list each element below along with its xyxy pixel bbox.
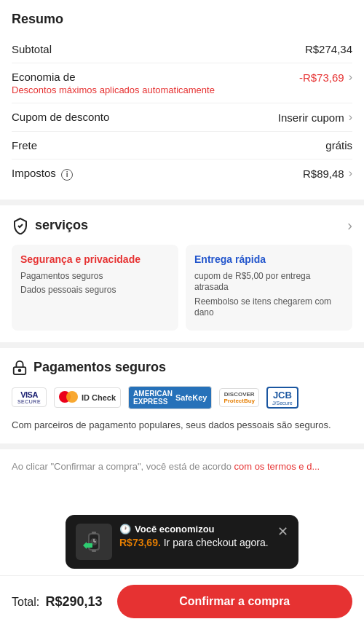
payment-badges: VISA SECURE ID Check AMERICANEXPRESS Saf… bbox=[12, 386, 352, 409]
services-header: serviços › bbox=[12, 217, 352, 245]
security-card-title: Segurança e privacidade bbox=[20, 253, 170, 265]
toast-close-button[interactable]: ✕ bbox=[277, 524, 288, 540]
mc-circle-right bbox=[66, 391, 78, 403]
economia-row: Economia de Descontos máximos aplicados … bbox=[12, 63, 352, 103]
visa-secure-text: SECURE bbox=[17, 399, 41, 404]
frete-row: Frete grátis bbox=[12, 132, 352, 159]
economia-label: Economia de bbox=[12, 71, 215, 83]
jcb-text: JCB bbox=[273, 390, 292, 401]
toast-text-suffix: Ir para checkout agora. bbox=[164, 537, 269, 548]
subtotal-label: Subtotal bbox=[12, 43, 52, 55]
service-card-security: Segurança e privacidade Pagamentos segur… bbox=[12, 245, 178, 331]
discover-text: DISCOVER bbox=[224, 391, 255, 398]
svg-point-1 bbox=[19, 369, 21, 371]
terms-link[interactable]: com os termos e d... bbox=[234, 461, 320, 472]
footer-total: Total: R$290,13 bbox=[12, 594, 103, 610]
mc-idcheck-label: ID Check bbox=[82, 393, 116, 402]
svg-marker-10 bbox=[83, 542, 87, 549]
toast-body: 🕐 Você economizou R$73,69. Ir para check… bbox=[119, 524, 270, 551]
payments-title: Pagamentos seguros bbox=[12, 360, 352, 376]
footer-total-value: R$290,13 bbox=[45, 594, 102, 609]
toast-product-image bbox=[76, 524, 112, 560]
jcb-badge: JCB J/Secure bbox=[266, 387, 298, 409]
safekey-text: SafeKey bbox=[175, 393, 207, 402]
discover-badge: DISCOVER ProtectBuy bbox=[219, 388, 259, 407]
economia-chevron-icon[interactable]: › bbox=[349, 71, 352, 84]
visa-text: VISA bbox=[20, 390, 38, 399]
svg-rect-7 bbox=[92, 532, 96, 534]
subtotal-value: R$274,34 bbox=[305, 43, 352, 55]
security-item-1: Pagamentos seguros bbox=[20, 271, 170, 283]
protectbuy-text: ProtectBuy bbox=[223, 398, 255, 404]
footer-bar: Total: R$290,13 Confirmar a compra bbox=[0, 575, 364, 627]
toast-message: R$73,69. Ir para checkout agora. bbox=[119, 536, 270, 551]
watch-icon bbox=[79, 527, 108, 556]
amex-badge: AMERICANEXPRESS SafeKey bbox=[128, 386, 212, 409]
shield-icon bbox=[12, 217, 29, 234]
mastercard-badge: ID Check bbox=[54, 387, 121, 408]
subtotal-row: Subtotal R$274,34 bbox=[12, 36, 352, 63]
impostos-value[interactable]: R$89,48 › bbox=[303, 167, 352, 180]
payments-description: Com parceiros de pagamento populares, se… bbox=[12, 418, 352, 433]
cupom-label: Cupom de desconto bbox=[12, 111, 109, 123]
confirm-purchase-button[interactable]: Confirmar a compra bbox=[117, 585, 353, 618]
savings-toast: 🕐 Você economizou R$73,69. Ir para check… bbox=[66, 515, 298, 569]
services-title-row: serviços bbox=[12, 217, 88, 234]
toast-highlight: R$73,69. bbox=[119, 537, 161, 548]
impostos-info-icon[interactable]: i bbox=[61, 169, 73, 181]
frete-value: grátis bbox=[325, 139, 352, 151]
visa-badge: VISA SECURE bbox=[12, 387, 47, 407]
terms-text-before: Ao clicar "Confirmar a compra", você est… bbox=[12, 461, 234, 472]
impostos-label: Impostos i bbox=[12, 167, 73, 181]
economia-value: -R$73,69 › bbox=[299, 71, 352, 84]
security-item-2: Dados pessoais seguros bbox=[20, 285, 170, 296]
lock-icon bbox=[12, 360, 28, 376]
payments-section: Pagamentos seguros VISA SECURE ID Check … bbox=[0, 348, 364, 450]
services-title: serviços bbox=[35, 218, 88, 233]
delivery-card-title: Entrega rápida bbox=[194, 253, 344, 265]
frete-label: Frete bbox=[12, 139, 37, 151]
cupom-value[interactable]: Inserir cupom › bbox=[278, 111, 352, 124]
service-card-delivery: Entrega rápida cupom de R$5,00 por entre… bbox=[186, 245, 352, 331]
toast-clock-icon: 🕐 bbox=[119, 524, 131, 535]
cupom-row[interactable]: Cupom de desconto Inserir cupom › bbox=[12, 103, 352, 132]
impostos-chevron-icon[interactable]: › bbox=[349, 167, 352, 180]
services-section: serviços › Segurança e privacidade Pagam… bbox=[0, 205, 364, 348]
mastercard-circles-icon bbox=[59, 391, 78, 404]
delivery-item-1: cupom de R$5,00 por entrega atrasada bbox=[194, 271, 344, 293]
resumo-section: Resumo Subtotal R$274,34 Economia de Des… bbox=[0, 0, 364, 205]
cupom-chevron-icon[interactable]: › bbox=[349, 111, 352, 124]
services-cards: Segurança e privacidade Pagamentos segur… bbox=[12, 245, 352, 342]
footer-total-label: Total: bbox=[12, 596, 39, 608]
jsecure-text: J/Secure bbox=[272, 401, 293, 406]
section-title: Resumo bbox=[12, 12, 352, 27]
toast-title: Você economizou bbox=[135, 524, 215, 535]
economia-sub[interactable]: Descontos máximos aplicados automaticame… bbox=[12, 84, 215, 95]
amex-text: AMERICANEXPRESS bbox=[133, 390, 173, 406]
delivery-item-2: Reembolso se itens chegarem com dano bbox=[194, 296, 344, 319]
economia-label-group: Economia de Descontos máximos aplicados … bbox=[12, 71, 215, 95]
services-chevron-icon[interactable]: › bbox=[347, 217, 352, 234]
impostos-row[interactable]: Impostos i R$89,48 › bbox=[12, 159, 352, 188]
toast-title-row: 🕐 Você economizou bbox=[119, 524, 270, 535]
svg-rect-8 bbox=[92, 550, 96, 552]
